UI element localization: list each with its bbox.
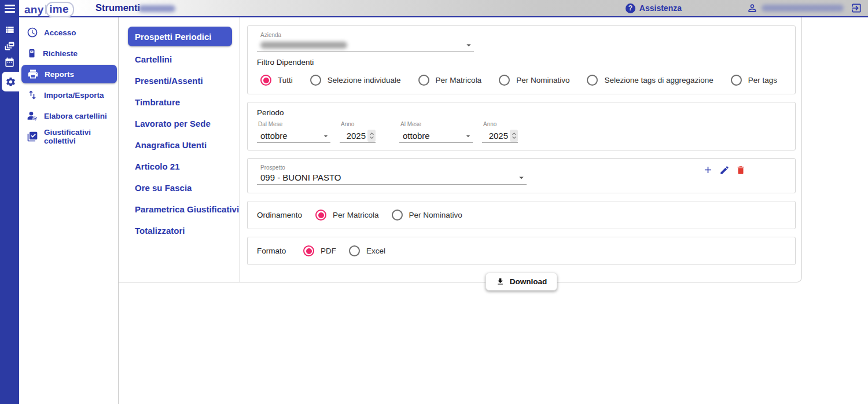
layered-check-icon xyxy=(27,131,38,142)
submenu-item-lavorato-per-sede[interactable]: Lavorato per Sede xyxy=(119,113,240,134)
nav-label: Richieste xyxy=(43,49,78,58)
icon-rail xyxy=(0,17,19,404)
radio-dot xyxy=(349,245,360,256)
radio-dot xyxy=(315,210,326,221)
nav-label: Giustificativi collettivi xyxy=(44,128,118,145)
hamburger-menu-icon[interactable] xyxy=(0,0,19,17)
nav-item-reports[interactable]: Reports xyxy=(21,65,117,83)
submenu-item-parametrica-giustificativi[interactable]: Parametrica Giustificativi xyxy=(119,199,240,220)
assistenza-link[interactable]: ? Assistenza xyxy=(626,3,682,13)
dal-mese-label: Dal Mese xyxy=(257,121,330,127)
submenu-item-articolo-21[interactable]: Articolo 21 xyxy=(119,156,240,177)
settings-gear-icon-active[interactable] xyxy=(2,72,19,91)
formato-card: Formato PDF Excel xyxy=(247,237,796,265)
page-title: Strumenti xyxy=(95,2,140,13)
person-gear-icon xyxy=(27,110,38,122)
periodo-title: Periodo xyxy=(257,108,786,117)
nav-item-giustificativi-collettivi[interactable]: Giustificativi collettivi xyxy=(19,126,118,147)
radio-dot xyxy=(392,210,403,221)
al-anno-field: Anno 2025 xyxy=(482,121,518,143)
radio-dot xyxy=(731,75,742,86)
radio-formato-pdf[interactable]: PDF xyxy=(303,245,336,256)
nav-item-elabora-cartellini[interactable]: Elabora cartellini xyxy=(19,105,118,126)
view-list-icon[interactable] xyxy=(0,21,19,38)
al-mese-field: Al Mese ottobre xyxy=(399,121,473,143)
year-spinner[interactable] xyxy=(367,130,376,142)
logout-icon[interactable] xyxy=(851,2,862,14)
nav-item-importa-esporta[interactable]: Importa/Esporta xyxy=(19,85,118,105)
nav-label: Reports xyxy=(45,70,74,79)
chevron-down-icon xyxy=(464,40,474,50)
submenu-item-cartellini[interactable]: Cartellini xyxy=(119,49,240,70)
help-icon: ? xyxy=(626,3,635,13)
filtro-radio-group: Tutti Selezione individuale Per Matricol… xyxy=(257,75,786,86)
main-nav-sidebar: Accesso Richieste Reports Importa/Esport… xyxy=(19,17,119,404)
radio-dot xyxy=(418,75,429,86)
submenu-item-timbrature[interactable]: Timbrature xyxy=(119,91,240,113)
app-header: anyime Strumenti ? Assistenza xyxy=(19,0,868,17)
nav-label: Elabora cartellini xyxy=(44,112,107,120)
anno-label: Anno xyxy=(340,121,376,127)
dynamic-feed-icon[interactable] xyxy=(0,38,19,54)
radio-selezione-tags-aggregazione[interactable]: Selezione tags di aggregazione xyxy=(587,75,713,86)
ordinamento-card: Ordinamento Per Matricola Per Nominativo xyxy=(247,201,796,229)
radio-tutti[interactable]: Tutti xyxy=(260,75,293,86)
submenu-item-ore-su-fascia[interactable]: Ore su Fascia xyxy=(119,177,240,199)
dal-anno-field: Anno 2025 xyxy=(340,121,376,143)
anytime-logo[interactable]: anyime xyxy=(24,2,74,17)
azienda-value-redacted xyxy=(260,42,347,49)
dal-anno-input[interactable]: 2025 xyxy=(340,129,376,143)
chevron-down-icon xyxy=(464,131,473,141)
radio-dot xyxy=(260,75,271,86)
logo-text-any: any xyxy=(24,3,44,16)
printer-icon xyxy=(27,68,39,80)
radio-formato-excel[interactable]: Excel xyxy=(349,245,385,256)
nav-item-richieste[interactable]: Richieste xyxy=(19,43,118,64)
filtro-dipendenti-label: Filtro Dipendenti xyxy=(257,58,786,67)
anno-label: Anno xyxy=(482,121,518,127)
al-anno-input[interactable]: 2025 xyxy=(482,129,518,143)
nav-item-accesso[interactable]: Accesso xyxy=(19,22,118,43)
chevron-down-icon xyxy=(321,131,330,141)
edit-prospetto-button[interactable] xyxy=(719,165,730,175)
formato-radio-group: PDF Excel xyxy=(303,245,385,256)
submenu-item-prospetti-periodici[interactable]: Prospetti Periodici xyxy=(128,27,232,46)
azienda-filtro-card: Azienda Filtro Dipendenti Tutti Selezion… xyxy=(247,25,796,94)
calendar-icon[interactable] xyxy=(0,54,19,70)
year-spinner[interactable] xyxy=(510,130,518,142)
prospetto-card: Prospetto 099 - BUONI PASTO xyxy=(247,158,796,193)
user-email-redacted[interactable] xyxy=(762,5,844,12)
delete-prospetto-button[interactable] xyxy=(735,165,746,175)
download-row: Download xyxy=(247,273,796,291)
assistenza-label: Assistenza xyxy=(639,3,682,13)
clock-icon xyxy=(27,27,38,38)
radio-per-nominativo[interactable]: Per Nominativo xyxy=(499,75,569,86)
submenu-item-presenti-assenti[interactable]: Presenti/Assenti xyxy=(119,70,240,91)
formato-label: Formato xyxy=(257,247,303,255)
device-icon xyxy=(27,48,37,58)
radio-dot xyxy=(303,245,314,256)
user-account-icon[interactable] xyxy=(746,2,758,14)
download-button[interactable]: Download xyxy=(486,273,558,291)
dal-mese-select[interactable]: ottobre xyxy=(257,129,330,143)
nav-label: Importa/Esporta xyxy=(44,91,104,100)
radio-ordinamento-per-nominativo[interactable]: Per Nominativo xyxy=(392,210,462,221)
ordinamento-label: Ordinamento xyxy=(257,211,315,219)
submenu-item-anagrafica-utenti[interactable]: Anagrafica Utenti xyxy=(119,134,240,156)
submenu-item-totalizzatori[interactable]: Totalizzatori xyxy=(119,220,240,241)
azienda-label: Azienda xyxy=(257,32,786,38)
import-export-icon xyxy=(27,89,38,101)
dal-mese-field: Dal Mese ottobre xyxy=(257,121,330,143)
al-mese-select[interactable]: ottobre xyxy=(399,129,473,143)
radio-per-tags[interactable]: Per tags xyxy=(731,75,777,86)
radio-per-matricola[interactable]: Per Matricola xyxy=(418,75,482,86)
report-form: Azienda Filtro Dipendenti Tutti Selezion… xyxy=(240,17,801,282)
azienda-select[interactable] xyxy=(257,38,474,52)
radio-selezione-individuale[interactable]: Selezione individuale xyxy=(310,75,401,86)
prospetto-select[interactable]: 099 - BUONI PASTO xyxy=(257,171,527,185)
al-mese-label: Al Mese xyxy=(399,121,473,127)
nav-label: Accesso xyxy=(44,28,76,37)
radio-dot xyxy=(499,75,510,86)
radio-ordinamento-per-matricola[interactable]: Per Matricola xyxy=(315,210,379,221)
add-prospetto-button[interactable] xyxy=(703,164,713,175)
